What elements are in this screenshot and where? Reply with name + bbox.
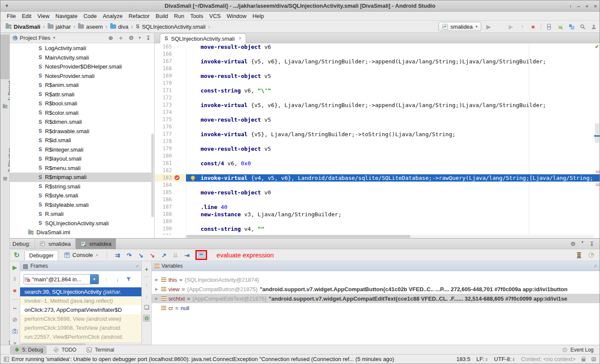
menu-window[interactable]: Window bbox=[224, 12, 249, 21]
code-line[interactable]: 165move-result-object v6 bbox=[155, 43, 600, 51]
copy-value-icon[interactable]: ❏ bbox=[143, 304, 150, 310]
tree-item[interactable]: SR$bool.smali bbox=[10, 99, 151, 108]
tree-item[interactable]: SR$color.smali bbox=[10, 108, 151, 118]
code-line[interactable]: 183invoke-virtual {v4, v5, v6}, Landroid… bbox=[155, 174, 600, 182]
editor-horizontal-scrollbar[interactable] bbox=[186, 235, 594, 238]
avd-manager-icon[interactable] bbox=[557, 23, 564, 30]
code-line[interactable]: 180 bbox=[155, 152, 600, 160]
collapse-all-icon[interactable]: ÷ bbox=[117, 35, 124, 42]
rerun-icon[interactable]: ↻ bbox=[13, 252, 20, 259]
variable-row[interactable]: cr=null bbox=[152, 303, 600, 313]
code-line[interactable]: 166 bbox=[155, 51, 600, 58]
pin-icon[interactable]: ↗ bbox=[135, 264, 139, 269]
customize-view-icon[interactable]: ⚙ bbox=[143, 315, 150, 322]
step-over-icon[interactable]: ↷ bbox=[126, 252, 132, 259]
tree-item[interactable]: SR$id.smali bbox=[10, 136, 151, 145]
profile-icon[interactable]: ▶ bbox=[507, 23, 514, 30]
tree-item[interactable]: SR$styleable.smali bbox=[10, 200, 151, 210]
code-line[interactable]: 189 bbox=[155, 218, 600, 225]
menu-refactor[interactable]: Refactor bbox=[126, 12, 153, 21]
stack-frame[interactable]: performClick:10908, TextView (android. bbox=[20, 323, 141, 332]
breadcrumb-item[interactable]: jakhar bbox=[48, 24, 71, 30]
run-to-cursor-icon[interactable]: ⇥ bbox=[183, 252, 190, 259]
settings-icon[interactable]: ⚙ bbox=[570, 240, 576, 247]
breakpoint-icon[interactable] bbox=[174, 175, 180, 181]
code-line[interactable]: 173invoke-virtual {v5, v6}, Ljava/lang/S… bbox=[155, 101, 600, 109]
tree-item[interactable]: SR.smali bbox=[10, 209, 151, 219]
coverage-icon[interactable]: ◔ bbox=[519, 23, 525, 30]
code-line[interactable]: 174 bbox=[155, 109, 600, 116]
variable-row[interactable]: ▶view={AppCompatButton@21875} "android.s… bbox=[152, 284, 600, 294]
code-line[interactable]: 190const-string v4, "" bbox=[155, 225, 600, 233]
code-line[interactable]: 178 bbox=[155, 138, 600, 145]
variable-row[interactable]: ▶this={SQLInjectionActivity@21874} bbox=[152, 275, 600, 284]
tree-item[interactable]: SR$mipmap.smali bbox=[10, 173, 151, 182]
debug-icon[interactable] bbox=[496, 23, 503, 30]
run-icon[interactable]: ▶ bbox=[485, 23, 492, 30]
project-view-title[interactable]: Project Files bbox=[20, 35, 51, 41]
caret-position[interactable]: 183:5 bbox=[456, 356, 471, 362]
code-line[interactable]: 172 bbox=[155, 94, 600, 101]
step-into-icon[interactable]: ↘ bbox=[137, 252, 144, 259]
close-icon[interactable]: × bbox=[239, 36, 242, 42]
menu-run[interactable]: Run bbox=[171, 12, 187, 21]
code-line[interactable]: 171const-string v6, "\'" bbox=[155, 87, 600, 94]
maximize-button[interactable]: + bbox=[585, 1, 589, 12]
threads-icon[interactable] bbox=[576, 252, 582, 259]
stack-frame[interactable]: onClick:273, AppCompatViewInflater$D bbox=[20, 305, 141, 314]
code-line[interactable]: 188new-instance v3, Ljava/lang/StringBui… bbox=[155, 211, 600, 218]
tree-item[interactable]: SR$drawable.smali bbox=[10, 127, 151, 136]
move-frame-down-icon[interactable]: ↓ bbox=[114, 276, 121, 283]
menu-tools[interactable]: Tools bbox=[187, 12, 206, 21]
stack-frame[interactable]: performClick:5698, View (android.view) bbox=[20, 314, 141, 323]
evaluate-expression-icon[interactable] bbox=[198, 252, 204, 258]
menu-code[interactable]: Code bbox=[81, 12, 100, 21]
code-line[interactable]: 169move-result-object v5 bbox=[155, 72, 600, 80]
status-message[interactable]: Error running 'smalidea': Unable to open… bbox=[12, 356, 394, 362]
search-everywhere-icon[interactable] bbox=[579, 23, 586, 30]
move-down-icon[interactable]: ↓ bbox=[143, 292, 150, 299]
stack-frame[interactable]: search:39, SQLInjectionActivity (jakhar. bbox=[20, 287, 141, 296]
breadcrumb-item[interactable]: diva bbox=[110, 24, 129, 30]
tree-item[interactable]: SR$layout.smali bbox=[10, 154, 151, 164]
tree-item[interactable]: SNotesProvider$DBHelper.smali bbox=[10, 62, 151, 72]
code-line[interactable]: 186 bbox=[155, 196, 600, 203]
stack-frame[interactable]: invoke:-1, Method (java.lang.reflect) bbox=[20, 296, 141, 305]
tree-item[interactable]: SSQLInjectionActivity.smali bbox=[10, 219, 151, 228]
tree-item-module[interactable]: DivaSmali.iml bbox=[10, 228, 151, 237]
thread-dump-icon[interactable] bbox=[12, 328, 18, 334]
attach-debugger-icon[interactable] bbox=[546, 23, 552, 30]
editor-tab-sqlinjectionactivity[interactable]: S SQLInjectionActivity.smali × bbox=[160, 33, 246, 43]
encoding-indicator[interactable]: UTF-8:⇕ bbox=[494, 356, 515, 362]
tree-item[interactable]: SR$anim.smali bbox=[10, 81, 151, 90]
menu-analyze[interactable]: Analyze bbox=[100, 12, 126, 21]
menu-vcs[interactable]: VCS bbox=[206, 12, 224, 21]
intention-bulb-icon[interactable] bbox=[191, 176, 195, 180]
shade-button[interactable]: ↑ bbox=[569, 1, 572, 12]
tool-tab-todo[interactable]: TODO bbox=[49, 346, 80, 354]
context-indicator[interactable]: Context: <no context> bbox=[521, 356, 576, 362]
view-breakpoints-icon[interactable]: ●● bbox=[12, 305, 18, 311]
run-configuration-combo[interactable]: smalidea ▼ bbox=[438, 22, 481, 31]
move-up-icon[interactable]: ↑ bbox=[143, 281, 150, 288]
breadcrumb-item[interactable]: aseem bbox=[78, 24, 103, 30]
tab-debugger[interactable]: Debugger bbox=[24, 250, 58, 260]
tool-tab-5-debug[interactable]: 5: Debug bbox=[10, 346, 47, 354]
mute-breakpoints-icon[interactable]: ⊘ bbox=[12, 316, 18, 322]
force-step-into-icon[interactable]: ↘ bbox=[149, 252, 156, 259]
pin-icon[interactable]: ↗ bbox=[594, 264, 597, 269]
tree-item[interactable]: SR$dimen.smali bbox=[10, 117, 151, 127]
tool-tab-terminal[interactable]: Terminal bbox=[82, 346, 117, 354]
code-line[interactable]: 175move-result-object v5 bbox=[155, 116, 600, 123]
code-line[interactable]: 177invoke-virtual {v5}, Ljava/lang/Strin… bbox=[155, 131, 600, 138]
hide-icon[interactable]: ↧ bbox=[145, 35, 152, 42]
structure-tool-icon[interactable]: ▦ bbox=[2, 175, 9, 182]
tree-item[interactable]: SMainActivity.smali bbox=[10, 53, 151, 63]
window-menu-icon[interactable]: ▼ bbox=[5, 0, 9, 11]
tab-console[interactable]: Console↗ bbox=[59, 250, 102, 260]
tree-item[interactable]: SR$menu.smali bbox=[10, 164, 151, 173]
tree-item[interactable]: SR$attr.smali bbox=[10, 90, 151, 99]
lock-icon[interactable] bbox=[582, 358, 585, 361]
code-line[interactable]: 170 bbox=[155, 80, 600, 87]
tree-scrollbar[interactable] bbox=[151, 134, 154, 217]
